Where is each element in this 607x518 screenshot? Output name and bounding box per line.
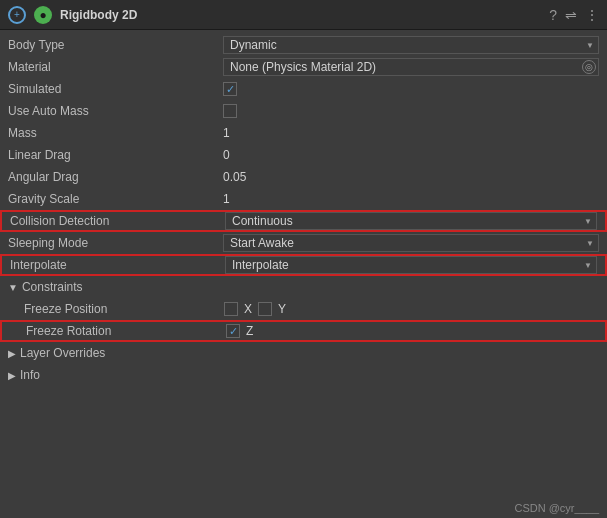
freeze-rotation-row: Freeze Rotation Z (0, 320, 607, 342)
titlebar-actions: ? ⇌ ⋮ (549, 7, 599, 23)
body-type-dropdown[interactable]: Dynamic ▼ (223, 36, 599, 54)
titlebar: + ● Rigidbody 2D ? ⇌ ⋮ (0, 0, 607, 30)
dropdown-arrow-sleeping: ▼ (586, 239, 594, 248)
use-auto-mass-row: Use Auto Mass (0, 100, 607, 122)
expand-icon[interactable]: + (8, 6, 26, 24)
dropdown-arrow-collision: ▼ (584, 217, 592, 226)
material-row: Material None (Physics Material 2D) ◎ (0, 56, 607, 78)
freeze-position-value: X Y (224, 302, 286, 316)
component-title: Rigidbody 2D (60, 8, 541, 22)
sleeping-mode-value: Start Awake (230, 236, 294, 250)
constraints-label: Constraints (22, 280, 83, 294)
material-value: None (Physics Material 2D) (230, 60, 376, 74)
use-auto-mass-label: Use Auto Mass (8, 104, 223, 118)
interpolate-dropdown[interactable]: Interpolate ▼ (225, 256, 597, 274)
freeze-position-y-checkbox[interactable] (258, 302, 272, 316)
material-field[interactable]: None (Physics Material 2D) ◎ (223, 58, 599, 76)
simulated-row: Simulated (0, 78, 607, 100)
watermark: CSDN @cyr____ (514, 502, 599, 514)
freeze-position-row: Freeze Position X Y (0, 298, 607, 320)
linear-drag-row: Linear Drag 0 (0, 144, 607, 166)
constraints-arrow: ▼ (8, 282, 18, 293)
freeze-rotation-z-label: Z (246, 324, 253, 338)
freeze-position-label: Freeze Position (24, 302, 224, 316)
sleeping-mode-row: Sleeping Mode Start Awake ▼ (0, 232, 607, 254)
help-button[interactable]: ? (549, 7, 557, 23)
angular-drag-row: Angular Drag 0.05 (0, 166, 607, 188)
freeze-position-y-label: Y (278, 302, 286, 316)
dropdown-arrow: ▼ (586, 41, 594, 50)
component-icon: ● (34, 6, 52, 24)
body-type-value: Dynamic (230, 38, 277, 52)
settings-button[interactable]: ⇌ (565, 7, 577, 23)
gravity-scale-value[interactable]: 1 (223, 192, 599, 206)
collision-detection-dropdown[interactable]: Continuous ▼ (225, 212, 597, 230)
angular-drag-value[interactable]: 0.05 (223, 170, 599, 184)
freeze-rotation-value: Z (226, 324, 253, 338)
interpolate-label: Interpolate (10, 258, 225, 272)
material-label: Material (8, 60, 223, 74)
info-label: Info (20, 368, 40, 382)
dropdown-arrow-interpolate: ▼ (584, 261, 592, 270)
collision-detection-label: Collision Detection (10, 214, 225, 228)
plus-icon: + (14, 9, 20, 20)
linear-drag-label: Linear Drag (8, 148, 223, 162)
simulated-label: Simulated (8, 82, 223, 96)
angular-drag-label: Angular Drag (8, 170, 223, 184)
overflow-button[interactable]: ⋮ (585, 7, 599, 23)
collision-detection-value: Continuous (232, 214, 293, 228)
info-header[interactable]: ▶ Info (0, 364, 607, 386)
mass-value[interactable]: 1 (223, 126, 599, 140)
freeze-position-x-label: X (244, 302, 252, 316)
simulated-checkbox[interactable] (223, 82, 237, 96)
freeze-position-x-checkbox[interactable] (224, 302, 238, 316)
collision-detection-row: Collision Detection Continuous ▼ (0, 210, 607, 232)
mass-row: Mass 1 (0, 122, 607, 144)
sleeping-mode-label: Sleeping Mode (8, 236, 223, 250)
layer-overrides-arrow: ▶ (8, 348, 16, 359)
mass-label: Mass (8, 126, 223, 140)
interpolate-value: Interpolate (232, 258, 289, 272)
interpolate-row: Interpolate Interpolate ▼ (0, 254, 607, 276)
freeze-rotation-z-checkbox[interactable] (226, 324, 240, 338)
layer-overrides-header[interactable]: ▶ Layer Overrides (0, 342, 607, 364)
constraints-header[interactable]: ▼ Constraints (0, 276, 607, 298)
linear-drag-value[interactable]: 0 (223, 148, 599, 162)
gravity-scale-row: Gravity Scale 1 (0, 188, 607, 210)
layer-overrides-label: Layer Overrides (20, 346, 105, 360)
inspector-content: Body Type Dynamic ▼ Material None (Physi… (0, 30, 607, 390)
info-arrow: ▶ (8, 370, 16, 381)
use-auto-mass-checkbox[interactable] (223, 104, 237, 118)
sleeping-mode-dropdown[interactable]: Start Awake ▼ (223, 234, 599, 252)
body-type-row: Body Type Dynamic ▼ (0, 34, 607, 56)
freeze-rotation-label: Freeze Rotation (26, 324, 226, 338)
material-pick-button[interactable]: ◎ (582, 60, 596, 74)
body-type-label: Body Type (8, 38, 223, 52)
gravity-scale-label: Gravity Scale (8, 192, 223, 206)
